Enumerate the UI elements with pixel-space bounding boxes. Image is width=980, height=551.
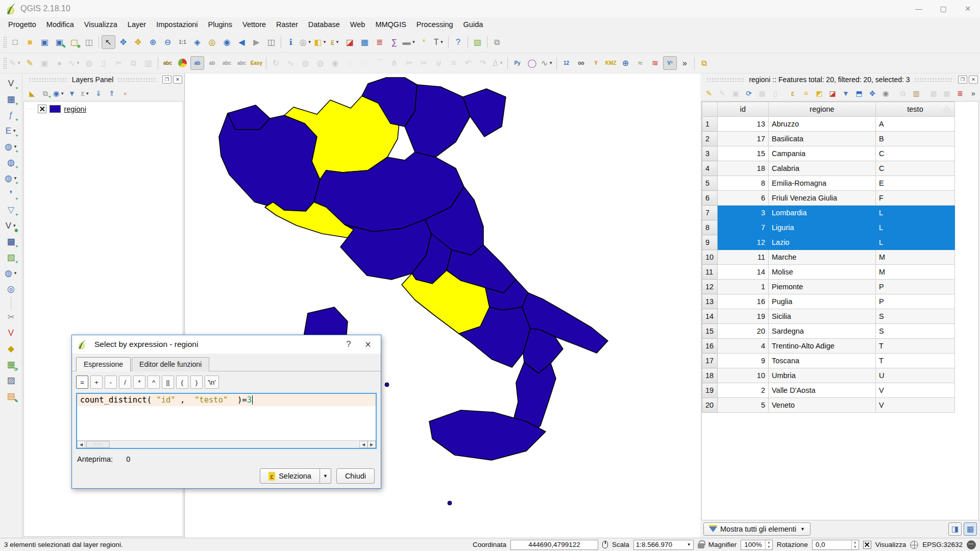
move-selection-top-button[interactable]: ⬒ [853,87,865,99]
zoom-to-selected-button[interactable]: ◉ [879,87,892,99]
chevron-down-icon[interactable]: ▼ [335,40,339,44]
id-cell[interactable]: 17 [718,132,769,146]
render-checkbox[interactable]: ✕ [863,541,871,549]
operator-button[interactable]: + [90,375,103,389]
id-cell[interactable]: 19 [718,309,769,324]
menu-guida[interactable]: Guida [458,18,488,31]
panel-float-button[interactable]: ❐ [958,76,967,84]
row-number-cell[interactable]: 1 [702,117,718,132]
region-friuli-venezia-giulia[interactable] [463,89,506,137]
testo-cell[interactable]: S [876,324,955,339]
reload-table-button[interactable]: ⟳ [743,87,755,99]
spin-down-icon[interactable]: ▼ [766,545,772,549]
menu-raster[interactable]: Raster [271,18,303,31]
table-row-piemonte[interactable]: 121PiemonteP [702,280,955,294]
table-row-abruzzo[interactable]: 113AbruzzoA [702,117,955,132]
layer-item-regioni[interactable]: ···· ✕ regioni [26,105,181,113]
pan-map-button[interactable]: ✥ [116,35,130,49]
testo-cell[interactable]: F [876,191,955,206]
reg-cell[interactable]: Liguria [769,220,876,235]
table-row-basilicata[interactable]: 217BasilicataB [702,132,955,146]
metasearch-catalog-button[interactable]: ◎ [4,282,19,296]
chevron-down-icon[interactable]: ▼ [13,144,17,149]
maximize-button[interactable]: ▢ [931,0,955,17]
chevron-down-icon[interactable]: ▼ [12,223,16,228]
operator-button[interactable]: ( [176,375,188,389]
reg-cell[interactable]: Abruzzo [769,117,876,132]
dialog-help-button[interactable]: ? [341,340,356,349]
select-features-rectangle-button[interactable]: ◧▼ [313,35,327,49]
reg-cell[interactable]: Calabria [769,161,876,176]
row-number-cell[interactable]: 6 [702,191,718,206]
magnifier-spinbox[interactable]: 100% ▲▼ [741,540,773,550]
panel-drag-grip[interactable] [706,78,745,82]
scroll-left-button[interactable]: ◀ [359,441,368,448]
row-number-cell[interactable]: 15 [702,324,718,339]
zoom-out-button[interactable]: ⊖ [161,35,175,49]
crs-value[interactable]: EPSG:32632 [922,541,963,548]
select-by-expression-button[interactable]: ε [787,87,799,99]
row-number-cell[interactable]: 20 [702,398,718,413]
testo-cell[interactable]: T [876,339,955,354]
osm-place-search-button[interactable]: ▧ [471,35,484,49]
row-number-cell[interactable]: 12 [702,280,718,294]
testo-cell[interactable]: B [876,132,955,146]
testo-cell[interactable]: M [876,250,955,265]
testo-cell[interactable]: C [876,146,955,161]
chevron-down-icon[interactable]: ▼ [549,61,553,65]
open-layer-styling-button[interactable]: ◣ [26,87,38,99]
statistical-summary-button[interactable]: ∑ [387,35,401,49]
panel-drag-grip[interactable] [29,78,68,82]
id-cell[interactable]: 13 [718,117,769,132]
testo-cell[interactable]: C [876,161,955,176]
table-row-lazio[interactable]: 912LazioL [702,235,955,250]
chevron-down-icon[interactable]: ▼ [17,61,21,65]
row-number-cell[interactable]: 10 [702,250,718,265]
table-row-liguria[interactable]: 87LiguriaL [702,220,955,235]
filter-by-expression-button[interactable]: ε▼ [79,87,91,99]
operator-button[interactable]: ^ [148,375,160,389]
table-row-toscana[interactable]: 179ToscanaT [702,354,955,368]
save-project-as-button[interactable]: ▣✎ [53,35,66,49]
scroll-left-button[interactable]: ◀ [77,441,85,448]
zoom-in-button[interactable]: ⊕ [146,35,160,49]
table-row-sicilia[interactable]: 1419SiciliaS [702,309,955,324]
scale-lock-icon[interactable] [698,543,704,548]
scale-combo[interactable]: 1:8.566.970 ▼ [633,540,694,550]
scrollbar-track[interactable] [110,441,359,448]
column-header-testo[interactable]: testo [876,102,955,117]
layer-color-swatch[interactable] [50,105,61,113]
pose-tool-button[interactable]: Y [589,56,603,70]
spin-up-icon[interactable]: ▲ [852,540,859,545]
operator-button[interactable]: - [105,375,117,389]
table-row-calabria[interactable]: 418CalabriaC [702,161,955,176]
vector-numbering-button[interactable]: V³ [663,56,677,70]
id-cell[interactable]: 6 [718,191,769,206]
chevron-down-icon[interactable]: ▼ [60,91,64,96]
panel-float-button[interactable]: ❐ [162,76,172,84]
kmz-export-button[interactable]: KMZ [604,56,618,70]
reg-cell[interactable]: Toscana [769,354,876,368]
reg-cell[interactable]: Trentino-Alto Adige [769,339,876,354]
row-number-cell[interactable]: 2 [702,132,718,146]
table-row-puglia[interactable]: 1316PugliaP [702,294,955,309]
row-number-cell[interactable]: 5 [702,176,718,191]
toggle-editing-button[interactable]: ✎ [23,56,37,70]
filter-select-button[interactable]: ▼ [840,87,852,99]
coordinate-capture-button[interactable]: ≈ [633,56,647,70]
menu-vettore[interactable]: Vettore [237,18,271,31]
new-spatialite-layer-button[interactable]: ▩+ [4,234,19,249]
dialog-close-button[interactable]: ✕ [360,340,376,349]
map-tips-button[interactable]: ❛ [417,35,431,49]
reg-cell[interactable]: Lazio [769,235,876,250]
testo-cell[interactable]: P [876,280,955,294]
testo-cell[interactable]: P [876,294,955,309]
freehand-select-tool-button[interactable]: ✂ [4,310,19,324]
menu-mmqgis[interactable]: MMQGIS [370,18,411,31]
testo-cell[interactable]: A [876,117,955,132]
add-wms-layer-button[interactable]: ◍+▼ [4,139,19,154]
spin-down-icon[interactable]: ▼ [852,545,859,549]
zoom-last-button[interactable]: ◀ [235,35,249,49]
new-map-view-button[interactable]: ◫ [264,35,278,49]
menu-database[interactable]: Database [303,18,345,31]
